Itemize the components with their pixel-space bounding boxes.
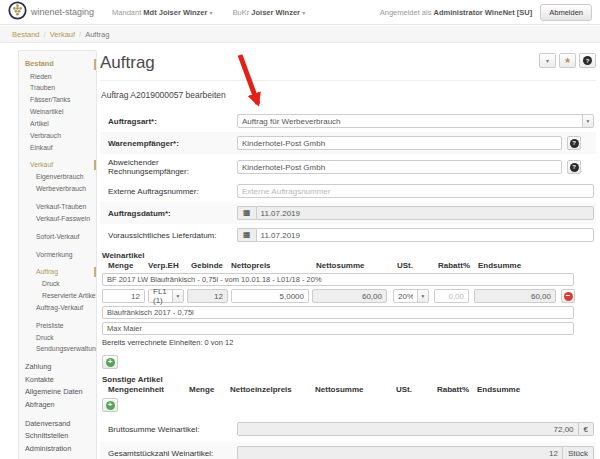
sidebar-item-rieden[interactable]: Rieden	[19, 71, 96, 83]
mandant-label: Mandant	[112, 8, 141, 17]
calendar-icon: ▦	[237, 228, 256, 242]
stueckzahl-label: Gesamtstückzahl Weinartikel:	[108, 449, 237, 458]
sidebar-item-trauben[interactable]: Trauben	[19, 82, 96, 94]
menge-input[interactable]: 12	[102, 289, 145, 303]
app-brand[interactable]: winenet-staging	[8, 1, 94, 24]
weinartikel-description: BF 2017 LW Blaufränkisch - 0,75l - vom 1…	[102, 273, 574, 286]
sidebar-item-bestand[interactable]: Bestand	[19, 58, 96, 71]
page-actions-dropdown-button[interactable]: ▾	[539, 53, 556, 68]
sidebar-item-preisliste[interactable]: Preisliste	[19, 320, 96, 332]
auftragsart-select[interactable]: Auftrag für Werbeverbrauch ▾	[237, 114, 594, 128]
mandant-dropdown[interactable]: Mandant Mdt Joiser Winzer ▾	[112, 8, 213, 17]
sidebar-item-sendungsverwaltung[interactable]: Sendungsverwaltung	[19, 343, 96, 355]
note-text-value: Max Maier	[107, 324, 142, 333]
ust-select[interactable]: 20% (C ▾	[393, 289, 429, 303]
nettopreis-input[interactable]: 5,0000	[231, 289, 309, 303]
form-row-lieferdatum: Voraussichtliches Lieferdatum: ▦ 11.07.2…	[100, 224, 596, 246]
col-verp-eh: Verp.EH	[148, 261, 184, 270]
sidebar-item-administration[interactable]: Administration	[19, 443, 96, 456]
bukr-label: BuKr	[233, 8, 250, 17]
auftragsdatum-value: 11.07.2019	[261, 209, 300, 218]
sidebar-item-artikel[interactable]: Artikel	[19, 118, 96, 130]
breadcrumb-current: Auftrag	[85, 30, 109, 39]
form-row-auftragsdatum: Auftragsdatum*: ▦ 11.07.2019	[100, 202, 596, 224]
logged-in-info: Angemeldet als Administrator WineNet [SU…	[380, 8, 532, 17]
sidebar-item-verkauf-fasswein[interactable]: Verkauf-Fasswein	[19, 213, 96, 225]
breadcrumb-separator: /	[44, 30, 46, 39]
sidebar-item-druck[interactable]: Druck	[19, 278, 96, 290]
app-name: winenet-staging	[31, 7, 94, 17]
edit-subtitle: Auftrag A2019000057 bearbeiten	[101, 90, 596, 100]
add-sonstige-artikel-button[interactable]: +	[102, 398, 118, 412]
add-icon: +	[106, 358, 115, 367]
lieferdatum-input[interactable]: 11.07.2019	[256, 228, 594, 242]
sidebar-item-zahlung[interactable]: Zahlung	[19, 361, 96, 374]
brutto-wein-label: Bruttosumme Weinartikel:	[108, 425, 237, 434]
winenet-logo-icon	[8, 1, 27, 24]
bukr-value: Joiser Winzer	[251, 8, 300, 17]
rechnungsempfaenger-info-button[interactable]: ?	[567, 160, 581, 174]
sidebar-item-vormerkung[interactable]: Vormerkung	[19, 249, 96, 261]
sidebar-item-kontakte[interactable]: Kontakte	[19, 374, 96, 387]
sidebar-item-weinartikel[interactable]: Weinartikel	[19, 106, 96, 118]
remove-item-button[interactable]: −	[561, 289, 575, 303]
verp-eh-value: FL1 (1)	[153, 287, 168, 305]
sidebar-item-sofort-verkauf[interactable]: Sofort-Verkauf	[19, 231, 96, 243]
breadcrumb-bestand[interactable]: Bestand	[12, 30, 40, 39]
star-icon: ★	[564, 56, 571, 65]
sidebar-item-verbrauch[interactable]: Verbrauch	[19, 130, 96, 142]
gebinde-input: 12	[187, 289, 228, 303]
logout-button[interactable]: Abmelden	[540, 4, 592, 21]
breadcrumb: Bestand / Verkauf / Auftrag	[0, 26, 600, 43]
rechnungsempfaenger-value: Kinderhotel-Post Gmbh	[242, 163, 325, 172]
sidebar-item-datenversand[interactable]: Datenversand	[19, 418, 96, 431]
weinartikel-note-input[interactable]: Max Maier	[102, 322, 574, 335]
sidebar-item-auftrag[interactable]: Auftrag	[19, 266, 96, 278]
externe-nr-input[interactable]: Externe Auftragsnummer	[237, 184, 594, 198]
breadcrumb-verkauf[interactable]: Verkauf	[50, 30, 75, 39]
sidebar-item-reservierte-artikel[interactable]: Reservierte Artikel	[19, 290, 96, 302]
ust-value: 20% (C	[398, 292, 413, 301]
form-row-rechnungsempfaenger: Abweichender Rechnungsempfänger: Kinderh…	[100, 154, 596, 180]
sidebar-item-allgemeine-daten[interactable]: Allgemeine Daten	[19, 386, 96, 399]
sidebar-item-verkauf-trauben[interactable]: Verkauf-Trauben	[19, 201, 96, 213]
col-gebinde: Gebinde	[187, 261, 228, 270]
warenempfaenger-label: Warenempfänger*:	[108, 139, 237, 148]
sidebar-item-druck-2[interactable]: Druck	[19, 332, 96, 344]
bukr-dropdown[interactable]: BuKr Joiser Winzer ▾	[233, 8, 306, 17]
sidebar-item-verkauf[interactable]: Verkauf	[19, 159, 96, 171]
sidebar-nav: Bestand Rieden Trauben Fässer/Tanks Wein…	[18, 50, 97, 459]
chevron-down-icon: ▾	[582, 115, 593, 127]
verp-eh-select[interactable]: FL1 (1) ▾	[148, 289, 184, 303]
col-nettopreis: Nettopreis	[231, 261, 309, 270]
sidebar-item-eigenverbrauch[interactable]: Eigenverbrauch	[19, 171, 96, 183]
sidebar-item-einkauf[interactable]: Einkauf	[19, 142, 96, 154]
sonstige-section-label: Sonstige Artikel	[102, 375, 596, 384]
form-row-warenempfaenger: Warenempfänger*: Kinderhotel-Post Gmbh ?	[100, 132, 596, 154]
sidebar-item-werbeverbrauch[interactable]: Werbeverbrauch	[19, 183, 96, 195]
sidebar-item-faesser-tanks[interactable]: Fässer/Tanks	[19, 94, 96, 106]
warenempfaenger-input[interactable]: Kinderhotel-Post Gmbh	[237, 136, 562, 150]
warenempfaenger-value: Kinderhotel-Post Gmbh	[242, 139, 325, 148]
sidebar-item-abfragen[interactable]: Abfragen	[19, 399, 96, 412]
help-icon: ?	[583, 56, 592, 65]
weinartikel-wine-name: Blaufränkisch 2017 - 0,75l	[102, 306, 574, 319]
endsumme-input: 60,00	[474, 289, 556, 303]
sonstige-column-headers: Mengeneinheit Menge Nettoeinzelpreis Net…	[102, 385, 596, 394]
col-ust: USt.	[392, 385, 428, 394]
sidebar-item-schnittstellen[interactable]: Schnittstellen	[19, 430, 96, 443]
add-weinartikel-button[interactable]: +	[102, 355, 118, 369]
remove-icon: −	[564, 292, 573, 301]
logged-in-prefix: Angemeldet als	[380, 8, 432, 17]
nettosumme-input: 60,00	[312, 289, 387, 303]
rabatt-input[interactable]: 0,00	[434, 289, 469, 303]
brutto-wein-unit: €	[579, 422, 594, 436]
top-bar: winenet-staging Mandant Mdt Joiser Winze…	[0, 0, 600, 25]
favorite-button[interactable]: ★	[559, 53, 576, 68]
col-mengeneinheit: Mengeneinheit	[102, 385, 186, 394]
form-row-auftragsart: Auftragsart*: Auftrag für Werbeverbrauch…	[100, 110, 596, 132]
warenempfaenger-info-button[interactable]: ?	[567, 136, 581, 150]
rechnungsempfaenger-input[interactable]: Kinderhotel-Post Gmbh	[237, 160, 562, 174]
sidebar-item-auftrag-verkauf[interactable]: Auftrag-Verkauf	[19, 302, 96, 314]
help-button[interactable]: ?	[579, 53, 596, 68]
